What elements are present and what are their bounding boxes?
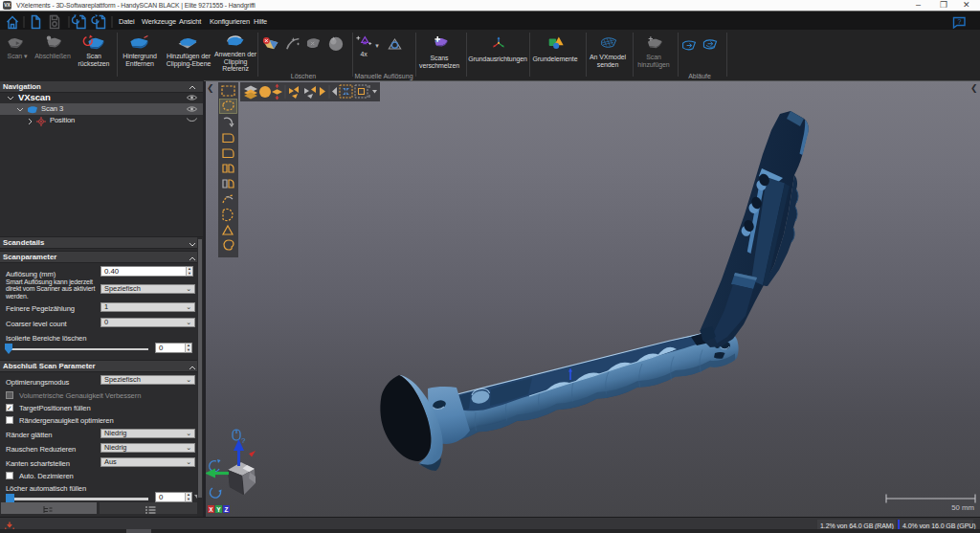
svg-text:?: ? [958,18,962,25]
svg-text:❮: ❮ [970,83,978,94]
svg-text:X: X [209,506,213,513]
svg-text:❮: ❮ [207,83,214,94]
svg-text:Z: Z [225,506,229,513]
svg-text:?: ? [241,436,246,445]
svg-text:50 mm: 50 mm [951,503,974,512]
svg-text:Y: Y [216,506,221,513]
